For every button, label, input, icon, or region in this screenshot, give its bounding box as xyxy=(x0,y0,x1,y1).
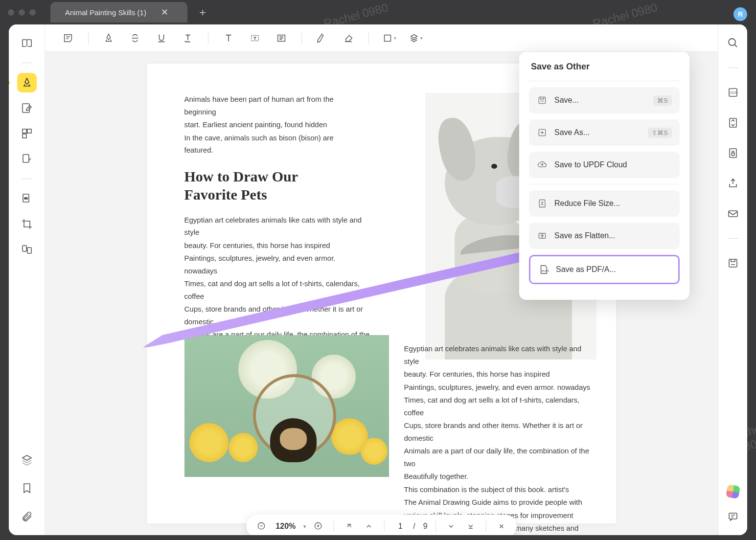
last-page-button[interactable] xyxy=(463,519,478,534)
ocr-icon: OCR xyxy=(727,87,739,98)
text-box-button[interactable] xyxy=(244,28,266,48)
protect-button[interactable] xyxy=(723,143,743,163)
svg-rect-0 xyxy=(23,104,29,112)
pencil-button[interactable] xyxy=(311,28,333,48)
share-icon xyxy=(727,178,739,189)
text-icon xyxy=(223,33,234,44)
comments-panel-button[interactable] xyxy=(723,507,743,526)
redact-button[interactable] xyxy=(17,189,37,208)
page-heading: How to Draw Our Favorite Pets xyxy=(184,167,341,204)
search-button[interactable] xyxy=(723,33,743,53)
mail-icon xyxy=(727,208,739,220)
shape-icon xyxy=(382,33,393,44)
highlighter-icon xyxy=(103,33,114,44)
highlight-button[interactable] xyxy=(97,28,120,48)
layers-icon xyxy=(21,454,33,466)
tab-title: Animal Painting Skills (1) xyxy=(65,8,146,17)
document-tab[interactable]: Animal Painting Skills (1) ✕ xyxy=(50,2,187,22)
book-open-icon xyxy=(21,37,33,49)
bookmarks-button[interactable] xyxy=(17,478,37,498)
eraser-button[interactable] xyxy=(337,28,360,48)
save-as-pdfa-button[interactable]: PDF/A Save as PDF/A... xyxy=(529,255,680,284)
ocr-button[interactable]: OCR xyxy=(723,83,743,102)
close-window-icon[interactable] xyxy=(8,9,14,16)
panel-title: Save as Other xyxy=(529,62,680,72)
new-tab-button[interactable]: ＋ xyxy=(197,5,208,20)
chevrons-up-icon xyxy=(345,522,353,530)
zoom-page-bar: 120% ▾ / 9 xyxy=(246,515,516,535)
close-bar-button[interactable] xyxy=(494,519,509,534)
annotation-toolbar: ▾ ▾ xyxy=(45,24,718,52)
layers-button[interactable] xyxy=(17,450,37,470)
save-button[interactable]: Save... ⌘S xyxy=(529,87,680,113)
zoom-out-icon xyxy=(256,521,266,531)
reader-mode-button[interactable] xyxy=(17,33,37,53)
page-number-input[interactable] xyxy=(392,522,408,531)
attachments-button[interactable] xyxy=(17,507,37,526)
window-controls xyxy=(8,9,36,16)
shape-button[interactable]: ▾ xyxy=(378,28,400,48)
email-button[interactable] xyxy=(723,204,743,224)
crop-button[interactable] xyxy=(17,214,37,234)
next-page-button[interactable] xyxy=(444,519,458,534)
strikethrough-icon xyxy=(130,33,140,44)
floppy-icon xyxy=(537,95,548,106)
maximize-window-icon[interactable] xyxy=(29,9,36,16)
save-as-button[interactable]: Save As... ⇧⌘S xyxy=(529,119,680,146)
compress-icon xyxy=(537,198,548,209)
chevron-down-icon xyxy=(447,522,455,530)
svg-rect-7 xyxy=(23,246,26,251)
close-tab-icon[interactable]: ✕ xyxy=(161,7,168,18)
fill-sign-button[interactable] xyxy=(17,149,37,169)
typewriter-button[interactable] xyxy=(270,28,293,48)
zoom-out-button[interactable] xyxy=(254,519,269,534)
convert-button[interactable] xyxy=(723,113,743,133)
save-other-button[interactable] xyxy=(723,253,743,273)
page-total: 9 xyxy=(423,522,428,531)
sticky-note-button[interactable] xyxy=(57,28,79,48)
first-page-button[interactable] xyxy=(342,519,357,534)
save-to-cloud-button[interactable]: Save to UPDF Cloud xyxy=(529,152,680,178)
share-button[interactable] xyxy=(723,174,743,193)
compare-button[interactable] xyxy=(17,240,37,259)
svg-rect-1 xyxy=(23,129,26,133)
save-as-flatten-button[interactable]: Save as Flatten... xyxy=(529,223,680,249)
page-separator: / xyxy=(413,522,415,531)
text-comment-button[interactable] xyxy=(217,28,240,48)
shortcut-label: ⇧⌘S xyxy=(648,128,672,138)
save-as-label: Save As... xyxy=(554,128,590,137)
intro-paragraph: Animals have been part of human art from… xyxy=(184,93,356,157)
organize-pages-button[interactable] xyxy=(17,124,37,143)
svg-rect-2 xyxy=(27,129,31,133)
svg-rect-27 xyxy=(729,211,737,217)
minimize-window-icon[interactable] xyxy=(19,9,25,16)
user-avatar[interactable]: R xyxy=(733,7,747,21)
zoom-dropdown-icon[interactable]: ▾ xyxy=(303,523,306,530)
cloud-upload-icon xyxy=(537,159,548,170)
left-sidebar xyxy=(9,24,45,535)
stamp-button[interactable]: ▾ xyxy=(404,28,427,48)
shortcut-label: ⌘S xyxy=(653,95,672,106)
comment-mode-button[interactable] xyxy=(17,73,37,92)
prev-page-button[interactable] xyxy=(362,519,376,534)
svg-rect-6 xyxy=(24,198,27,199)
close-icon xyxy=(498,523,505,530)
floppy-icon xyxy=(727,257,739,269)
reduce-file-size-button[interactable]: Reduce File Size... xyxy=(529,190,680,217)
svg-rect-11 xyxy=(384,35,390,41)
edit-text-icon xyxy=(21,102,33,114)
squiggly-button[interactable] xyxy=(177,28,199,48)
strikethrough-button[interactable] xyxy=(124,28,146,48)
body-paragraph-2: Egyptian art celebrates animals like cat… xyxy=(404,342,595,535)
svg-text:OCR: OCR xyxy=(730,91,738,94)
main-window: ▾ ▾ Animals have been part of human art … xyxy=(9,24,747,535)
right-sidebar: OCR xyxy=(718,24,747,535)
zoom-in-button[interactable] xyxy=(311,519,326,534)
updf-logo-icon[interactable] xyxy=(725,484,740,499)
flatten-icon xyxy=(537,230,548,241)
save-as-icon xyxy=(537,127,548,138)
underline-button[interactable] xyxy=(150,28,173,48)
edit-pdf-button[interactable] xyxy=(17,98,37,118)
pdfa-label: Save as PDF/A... xyxy=(556,265,616,274)
chevron-down-icon: ▾ xyxy=(394,36,396,41)
